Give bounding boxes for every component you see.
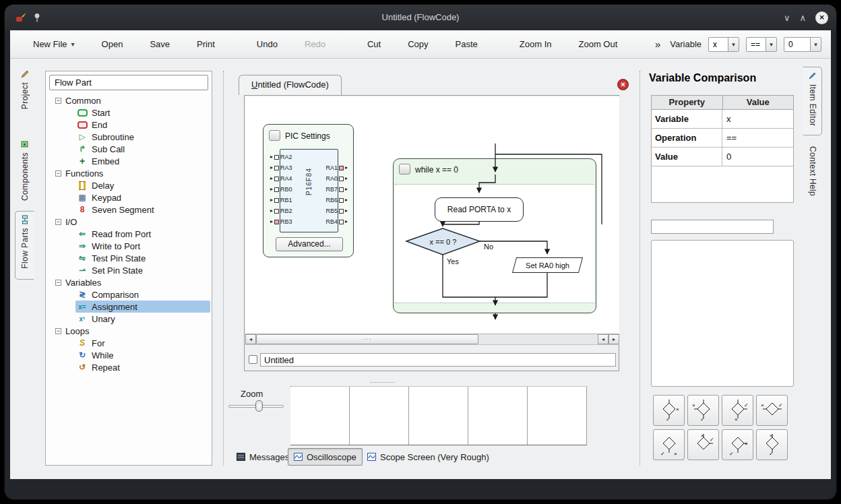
comparison-layout-button-7[interactable]: ×✓ [722, 429, 753, 460]
zoom-in-button[interactable]: Zoom In [506, 35, 565, 53]
titlebar[interactable]: Untitled (FlowCode) ∨ ∧ × [5, 5, 836, 30]
tree-item-delay[interactable]: Delay [47, 179, 210, 191]
expression-input[interactable] [651, 220, 774, 234]
tree-item-test-pin-state[interactable]: Test Pin State [47, 252, 210, 264]
toolbar-overflow-chevron[interactable]: » [655, 38, 660, 50]
undo-button[interactable]: Undo [243, 35, 291, 53]
collapse-icon[interactable]: − [55, 170, 61, 177]
comparison-layout-button-2[interactable]: ×✓ [687, 395, 719, 426]
scroll-left-button[interactable]: ◂ [245, 334, 256, 344]
pin-rb2[interactable] [274, 209, 279, 214]
tree-group-io[interactable]: −I/O [47, 216, 210, 228]
tree-item-keypad[interactable]: Keypad [47, 191, 210, 203]
tab-components[interactable]: Components [15, 135, 34, 206]
scrollbar-thumb[interactable]: ··· [256, 334, 478, 344]
chevron-down-icon[interactable]: ▾ [810, 38, 821, 51]
comparison-layout-button-8[interactable]: ×✓ [756, 429, 788, 460]
variable-combo[interactable]: x ▾ [708, 37, 739, 52]
tree-item-unary[interactable]: Unary [47, 313, 210, 325]
tab-flow-parts[interactable]: Flow Parts [15, 211, 34, 280]
bottom-splitter[interactable] [371, 382, 395, 383]
decision-block[interactable]: x == 0 ? [406, 228, 480, 255]
flowchart-canvas[interactable]: while x == 0 [245, 96, 619, 334]
comparison-layout-button-3[interactable]: ✓× [722, 395, 753, 426]
set-output-block[interactable]: Set RA0 high [514, 257, 581, 273]
collapse-icon[interactable]: − [55, 280, 61, 286]
pin-ra0[interactable] [339, 177, 344, 181]
document-name-field[interactable]: Untitled [260, 353, 616, 367]
pin-rb0[interactable] [274, 187, 279, 192]
tree-item-subroutine[interactable]: Subroutine [47, 131, 210, 143]
zoom-out-button[interactable]: Zoom Out [565, 35, 631, 53]
pin-ra3[interactable] [274, 166, 279, 170]
right-splitter[interactable] [640, 71, 640, 466]
document-checkbox[interactable] [249, 355, 257, 364]
chevron-down-icon[interactable]: ▾ [728, 38, 739, 51]
table-row[interactable]: Value 0 [652, 148, 793, 166]
open-button[interactable]: Open [88, 35, 137, 53]
tree-group-variables[interactable]: −Variables [47, 276, 210, 288]
tree-item-assignment[interactable]: Assignment [75, 301, 210, 313]
collapse-icon[interactable]: − [55, 98, 61, 104]
tab-oscilloscope[interactable]: Oscilloscope [288, 448, 363, 466]
minimize-button[interactable]: ∨ [784, 13, 790, 23]
tab-messages[interactable]: Messages [231, 448, 294, 466]
copy-button[interactable]: Copy [394, 35, 441, 53]
close-tab-button[interactable]: × [617, 79, 629, 90]
table-row[interactable]: Operation == [652, 129, 793, 148]
tab-item-editor[interactable]: Item Editor [803, 67, 822, 135]
flow-part-header[interactable]: Flow Part [49, 75, 208, 90]
paste-button[interactable]: Paste [442, 35, 491, 53]
block-handle-icon[interactable] [399, 164, 410, 175]
tree-item-end[interactable]: End [47, 119, 210, 131]
tree-item-while[interactable]: While [47, 349, 210, 361]
pin-rb4[interactable] [339, 220, 344, 224]
left-splitter[interactable] [223, 71, 224, 466]
comparison-layout-button-1[interactable]: ×✓ [653, 395, 685, 426]
advanced-button[interactable]: Advanced... [276, 237, 343, 251]
value-combo[interactable]: 0 ▾ [784, 37, 821, 52]
pin-ra4[interactable] [274, 177, 279, 181]
pin-ra1[interactable] [339, 166, 344, 170]
zoom-slider-thumb[interactable] [255, 400, 263, 412]
tree-item-seven-segment[interactable]: Seven Segment [47, 203, 210, 216]
chevron-down-icon[interactable]: ▾ [766, 38, 776, 51]
collapse-icon[interactable]: − [55, 219, 61, 225]
pin-rb5[interactable] [339, 209, 344, 214]
pic-settings-component[interactable]: PIC Settings P16F84 ▸RA2 ▸RA3 ▸RA4 ▸RB0 … [263, 124, 354, 257]
pin-ra2[interactable] [274, 155, 279, 160]
new-file-dropdown-icon[interactable]: ▾ [71, 40, 75, 48]
tree-item-read-from-port[interactable]: Read from Port [47, 228, 210, 240]
tree-item-embed[interactable]: Embed [47, 155, 210, 167]
pin-rb6[interactable] [339, 198, 344, 203]
table-row[interactable]: Variable x [652, 110, 793, 129]
tab-scope-screen[interactable]: Scope Screen (Very Rough) [362, 448, 495, 466]
cut-button[interactable]: Cut [354, 35, 394, 53]
horizontal-scrollbar[interactable]: ◂ ··· ◂ ▸ [245, 334, 619, 344]
operation-combo[interactable]: == ▾ [746, 37, 777, 52]
tree-item-write-to-port[interactable]: Write to Port [47, 240, 210, 252]
scroll-right-button[interactable]: ▸ [609, 334, 619, 344]
tree-item-for[interactable]: For [47, 337, 210, 349]
item-editor-listbox[interactable] [651, 240, 794, 387]
print-button[interactable]: Print [183, 35, 228, 53]
new-file-button[interactable]: New File▾ [20, 35, 88, 53]
tree-item-start[interactable]: Start [47, 106, 210, 119]
close-window-button[interactable]: × [815, 11, 828, 24]
read-porta-block[interactable]: Read PORTA to x [435, 197, 524, 222]
tree-item-set-pin-state[interactable]: Set Pin State [47, 264, 210, 276]
tree-item-sub-call[interactable]: Sub Call [47, 143, 210, 155]
save-button[interactable]: Save [136, 35, 183, 53]
tab-context-help[interactable]: Context Help [803, 142, 822, 208]
tree-item-comparison[interactable]: Comparison [47, 288, 210, 301]
tree-group-functions[interactable]: −Functions [47, 167, 210, 179]
document-tab[interactable]: Untitled (FlowCode) [239, 75, 342, 95]
pin-rb1[interactable] [274, 198, 279, 203]
pin-rb7[interactable] [339, 187, 344, 192]
tab-project[interactable]: Project [15, 65, 34, 130]
comparison-layout-button-4[interactable]: ×✓ [756, 395, 788, 426]
tree-group-loops[interactable]: −Loops [47, 325, 210, 337]
maximize-button[interactable]: ∧ [799, 13, 806, 23]
component-handle-icon[interactable] [269, 130, 280, 141]
tree-item-repeat[interactable]: Repeat [47, 361, 210, 373]
